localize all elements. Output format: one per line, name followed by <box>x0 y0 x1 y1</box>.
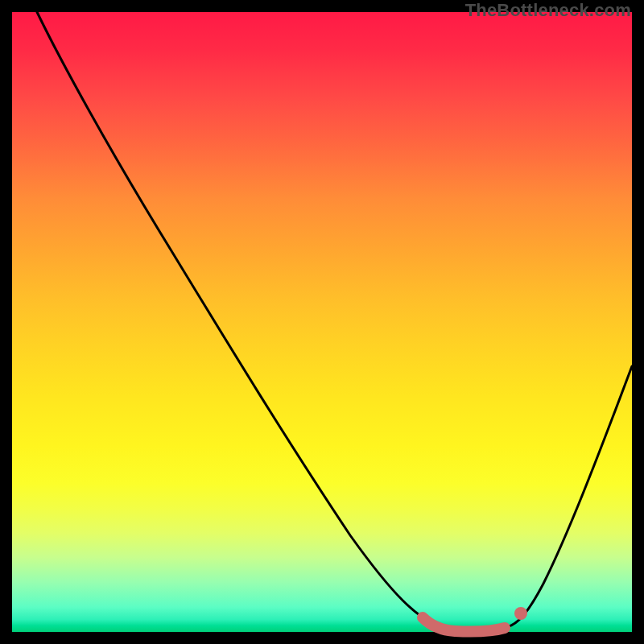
curve-layer <box>12 12 632 632</box>
watermark-text: TheBottleneck.com <box>465 0 631 21</box>
chart-frame: TheBottleneck.com <box>0 0 644 644</box>
plot-area <box>12 12 632 632</box>
optimal-range-end-dot <box>514 607 527 620</box>
optimal-range-highlight <box>423 617 505 632</box>
bottleneck-curve <box>37 12 632 631</box>
